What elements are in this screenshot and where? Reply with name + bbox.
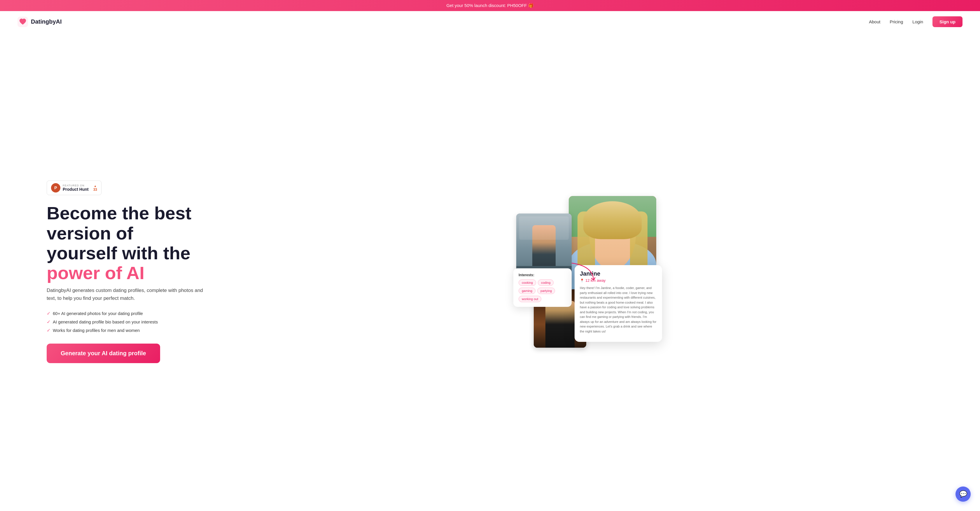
navigation: DatingbyAI About Pricing Login Sign up bbox=[0, 11, 980, 32]
nav-login[interactable]: Login bbox=[912, 19, 923, 24]
profile-bio: Hey there! I'm Jantine, a foodie, coder,… bbox=[580, 285, 657, 334]
ph-votes: ▲ 33 bbox=[93, 184, 97, 192]
feature-2-text: AI generated dating profile bio based on… bbox=[53, 319, 158, 324]
logo[interactable]: DatingbyAI bbox=[18, 17, 62, 27]
product-hunt-badge[interactable]: P FEATURED ON Product Hunt ▲ 33 bbox=[47, 180, 102, 195]
feature-3-text: Works for dating profiles for men and wo… bbox=[53, 328, 140, 333]
hero-title-line1: Become the best bbox=[47, 203, 191, 223]
check-icon-2: ✓ bbox=[47, 319, 51, 325]
ph-logo: P bbox=[51, 183, 60, 193]
ph-featured-label: FEATURED ON bbox=[63, 184, 89, 187]
tag-cooking: cooking bbox=[519, 279, 536, 286]
feature-2: ✓ AI generated dating profile bio based … bbox=[47, 319, 210, 325]
nav-pricing[interactable]: Pricing bbox=[889, 19, 903, 24]
ph-vote-count: 33 bbox=[93, 188, 97, 192]
nav-signup-button[interactable]: Sign up bbox=[932, 16, 963, 27]
nav-links: About Pricing Login Sign up bbox=[869, 16, 963, 27]
hero-title-highlight: power of AI bbox=[47, 263, 145, 283]
hero-right: Interests: cooking coding gaming partyin… bbox=[210, 187, 963, 357]
tags-row: cooking coding gaming partying working o… bbox=[519, 279, 566, 302]
check-icon-1: ✓ bbox=[47, 310, 51, 316]
feature-1: ✓ 60+ AI generated photos for your datin… bbox=[47, 310, 210, 316]
promo-banner: Get your 50% launch discount: PH50OFF 🎁 bbox=[0, 0, 980, 11]
hero-section: P FEATURED ON Product Hunt ▲ 33 Become t… bbox=[0, 32, 980, 511]
feature-3: ✓ Works for dating profiles for men and … bbox=[47, 328, 210, 333]
cta-button[interactable]: Generate your AI dating profile bbox=[47, 344, 160, 363]
hero-title-line3: yourself with the bbox=[47, 243, 191, 263]
tag-partying: partying bbox=[537, 288, 555, 294]
arrow-decoration bbox=[569, 260, 598, 283]
hero-subtitle: DatingbyAI generates custom dating profi… bbox=[47, 287, 210, 302]
nav-about[interactable]: About bbox=[869, 19, 880, 24]
ph-arrow: ▲ bbox=[94, 184, 97, 188]
hero-title: Become the best version of yourself with… bbox=[47, 203, 210, 283]
chat-fab-button[interactable]: 💬 bbox=[956, 487, 970, 501]
photo-collage: Interests: cooking coding gaming partyin… bbox=[516, 196, 656, 348]
check-icon-3: ✓ bbox=[47, 328, 51, 333]
ph-text: FEATURED ON Product Hunt bbox=[63, 184, 89, 192]
hero-left: P FEATURED ON Product Hunt ▲ 33 Become t… bbox=[47, 180, 210, 363]
tag-working-out: working out bbox=[519, 296, 541, 302]
tag-gaming: gaming bbox=[519, 288, 536, 294]
features-list: ✓ 60+ AI generated photos for your datin… bbox=[47, 310, 210, 333]
logo-text: DatingbyAI bbox=[31, 18, 62, 25]
chat-icon: 💬 bbox=[959, 490, 967, 498]
interests-label: Interests: bbox=[519, 273, 566, 277]
feature-1-text: 60+ AI generated photos for your dating … bbox=[53, 311, 143, 316]
tag-coding: coding bbox=[538, 279, 554, 286]
interests-popup: Interests: cooking coding gaming partyin… bbox=[513, 268, 572, 307]
banner-text: Get your 50% launch discount: PH50OFF 🎁 bbox=[446, 3, 533, 8]
ph-name: Product Hunt bbox=[63, 187, 89, 192]
heart-icon bbox=[18, 17, 28, 27]
hero-title-line2: version of bbox=[47, 223, 133, 243]
